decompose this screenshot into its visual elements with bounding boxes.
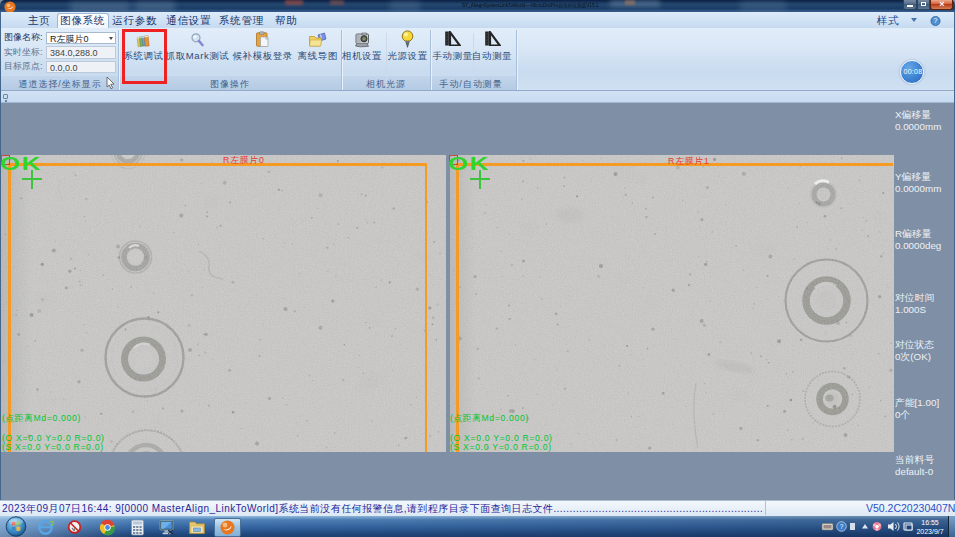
svg-text:?: ? [840, 523, 844, 530]
svg-text:?: ? [934, 17, 938, 24]
